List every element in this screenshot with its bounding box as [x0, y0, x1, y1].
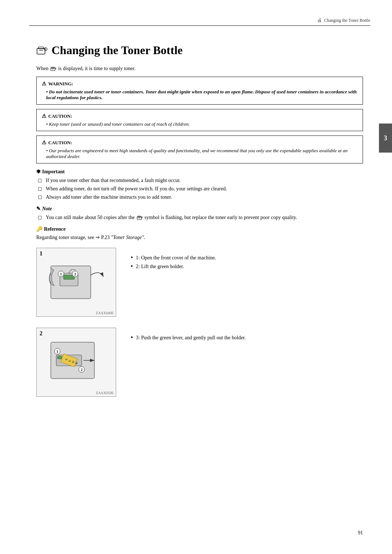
step1-bullet-1: • 1: Open the front cover of the machine… [131, 255, 363, 261]
checkbox-icon-3: ☐ [38, 195, 43, 201]
warning-box: ⚠ WARNING: • Do not incinerate used tone… [36, 77, 363, 105]
step2-bullet-1: • 3: Push the green lever, and gently pu… [131, 335, 363, 341]
caution2-text: • Our products are engineered to meet hi… [46, 148, 358, 159]
caution1-icon: ⚠ [42, 113, 46, 119]
page-number: 91 [358, 530, 363, 536]
step2-caption: ZAAX050E [96, 391, 114, 395]
header-bar: 🖨 Changing the Toner Bottle [29, 17, 370, 26]
header-toner-icon: 🖨 [317, 17, 322, 23]
step-image-1: 1 [36, 248, 116, 317]
inline-toner-icon-2 [137, 215, 143, 221]
bullet-dot-2: • [131, 263, 133, 270]
note-item-1: ☐ You can still make about 50 copies aft… [36, 215, 363, 221]
important-icon: ✾ [36, 169, 41, 175]
caution1-title: ⚠ CAUTION: [42, 113, 358, 119]
important-item-2: ☐ When adding toner, do not turn off the… [36, 186, 363, 192]
checkbox-icon-1: ☐ [38, 178, 43, 184]
step-row-1: 1 [36, 248, 363, 317]
toner-title-icon [36, 45, 48, 56]
page-title: Changing the Toner Bottle [36, 36, 363, 57]
main-content: Changing the Toner Bottle When is displa… [36, 36, 363, 397]
svg-text:2: 2 [81, 368, 83, 372]
note-text: You can still make about 50 copies after… [46, 215, 297, 221]
note-section: ✎ Note ☐ You can still make about 50 cop… [36, 206, 363, 221]
important-item-3: ☐ Always add toner after the machine ins… [36, 194, 363, 201]
inline-toner-icon [50, 66, 56, 72]
intro-text: When is displayed, it is time to supply … [36, 66, 363, 72]
svg-rect-33 [57, 356, 62, 359]
step-image-2: 2 S L O W [36, 328, 116, 397]
note-icon: ✎ [36, 206, 41, 212]
reference-icon: 🔑 [36, 226, 42, 232]
side-tab: 3 [379, 124, 392, 153]
step-row-2: 2 S L O W [36, 328, 363, 397]
caution2-title: ⚠ CAUTION: [42, 139, 358, 146]
step-number-1: 1 [40, 250, 42, 257]
steps-section: 1 [36, 248, 363, 397]
caution1-box: ⚠ CAUTION: • Keep toner (used or unused)… [36, 109, 363, 131]
header-title: Changing the Toner Bottle [324, 18, 370, 23]
step1-illustration: 1 2 [44, 255, 109, 310]
reference-text: Regarding toner storage, see ⇒ P.23 "Ton… [36, 234, 363, 240]
important-section: ✾ Important ☐ If you use toner other tha… [36, 169, 363, 201]
svg-text:2: 2 [74, 272, 76, 276]
reference-title: 🔑 Reference [36, 226, 363, 232]
svg-text:1: 1 [57, 349, 58, 353]
step-number-2: 2 [40, 330, 42, 337]
checkbox-icon-2: ☐ [38, 186, 43, 192]
step2-illustration: S L O W 1 2 [44, 335, 109, 389]
svg-text:1: 1 [60, 272, 62, 276]
caution1-text: • Keep toner (used or unused) and toner … [46, 121, 358, 127]
note-checkbox-icon: ☐ [38, 215, 43, 221]
caution2-icon: ⚠ [42, 139, 46, 146]
step1-caption: ZAAX040E [96, 311, 114, 315]
warning-icon: ⚠ [42, 81, 46, 87]
caution2-box: ⚠ CAUTION: • Our products are engineered… [36, 136, 363, 163]
important-item-1: ☐ If you use toner other than that recom… [36, 178, 363, 184]
bullet-dot-3: • [131, 334, 133, 341]
reference-section: 🔑 Reference Regarding toner storage, see… [36, 226, 363, 240]
svg-rect-1 [38, 47, 44, 49]
step1-bullet-2: • 2: Lift the green holder. [131, 264, 363, 270]
step1-description: • 1: Open the front cover of the machine… [131, 248, 363, 272]
warning-title: ⚠ WARNING: [42, 81, 358, 87]
step2-description: • 3: Push the green lever, and gently pu… [131, 328, 363, 344]
page-container: 🖨 Changing the Toner Bottle 3 Changing t… [0, 0, 392, 554]
bullet-dot-1: • [131, 254, 133, 261]
note-title: ✎ Note [36, 206, 363, 212]
warning-text: • Do not incinerate used toner or toner … [46, 89, 358, 101]
important-title: ✾ Important [36, 169, 363, 175]
